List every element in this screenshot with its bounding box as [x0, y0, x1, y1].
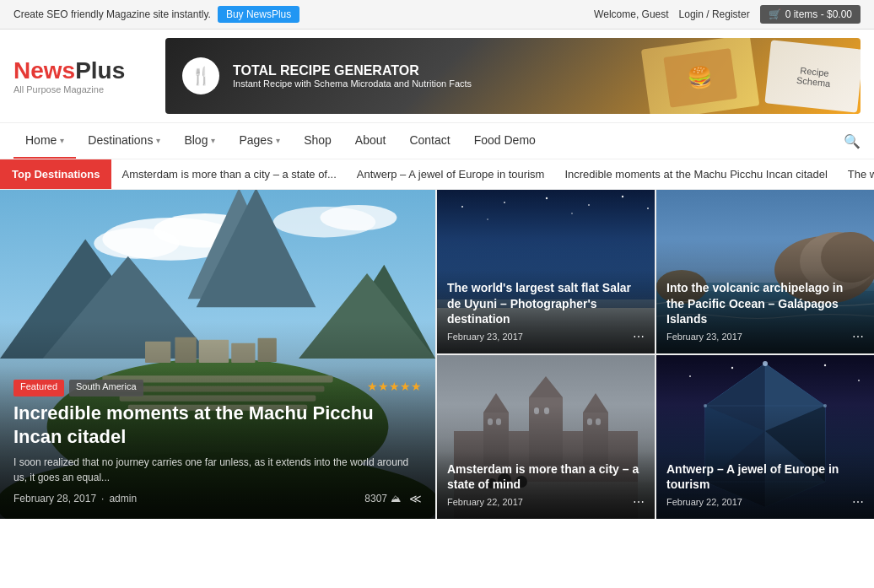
galapagos-card[interactable]: Into the volcanic archipelago in the Pac…: [656, 190, 874, 353]
salt-flat-title: The world's largest salt flat Salar de U…: [447, 280, 645, 326]
main-card-overlay: Featured South America ★★★★★ Incredible …: [0, 366, 435, 519]
main-card-meta: February 28, 2017 · admin 8307 ⛰ ≪: [13, 492, 422, 505]
nav-contact[interactable]: Contact: [397, 123, 461, 159]
nav-home[interactable]: Home ▾: [13, 123, 76, 159]
amsterdam-card[interactable]: Amsterdam is more than a city – a state …: [437, 355, 655, 519]
ticker-content: Amsterdam is more than a city – a state …: [111, 159, 874, 189]
galapagos-date: February 23, 2017 ⋯: [666, 330, 864, 343]
ticker-item-1[interactable]: Antwerp – A jewel of Europe in tourism: [357, 168, 545, 181]
right-column: Into the volcanic archipelago in the Pac…: [656, 190, 874, 519]
ticker-item-0[interactable]: Amsterdam is more than a city – a state …: [121, 168, 336, 181]
buy-newsplus-button[interactable]: Buy NewsPlus: [218, 6, 299, 23]
galapagos-share-button[interactable]: ⋯: [852, 330, 864, 343]
cart-button[interactable]: 🛒 0 items - $0.00: [760, 5, 861, 24]
nav-about[interactable]: About: [343, 123, 398, 159]
galapagos-overlay: Into the volcanic archipelago in the Pac…: [656, 270, 874, 353]
welcome-text: Welcome, Guest: [594, 8, 668, 20]
chevron-down-icon: ▾: [156, 136, 160, 145]
banner-desc: Instant Recipe with Schema Microdata and…: [233, 78, 472, 89]
top-bar-left: Create SEO friendly Magazine site instan…: [13, 6, 299, 23]
ticker-item-3[interactable]: The world's largest salt flat: [848, 168, 874, 181]
main-featured-card[interactable]: Featured South America ★★★★★ Incredible …: [0, 190, 435, 519]
main-content-grid: Featured South America ★★★★★ Incredible …: [0, 190, 874, 519]
ticker-label: Top Destinations: [0, 159, 111, 189]
meta-left: February 28, 2017 · admin: [13, 493, 137, 504]
main-card-title: Incredible moments at the Machu Picchu I…: [13, 402, 422, 450]
top-bar-right: Welcome, Guest Login / Register 🛒 0 item…: [594, 5, 861, 24]
antwerp-card[interactable]: Antwerp – A jewel of Europe in tourism F…: [656, 355, 874, 519]
news-ticker: Top Destinations Amsterdam is more than …: [0, 159, 874, 190]
middle-column: The world's largest salt flat Salar de U…: [437, 190, 655, 519]
read-count-value: 8307: [364, 493, 387, 504]
chevron-down-icon: ▾: [60, 136, 64, 145]
ticker-item-2[interactable]: Incredible moments at the Machu Picchu I…: [564, 168, 827, 181]
cart-icon: 🛒: [769, 8, 781, 20]
salt-flat-overlay: The world's largest salt flat Salar de U…: [437, 270, 655, 353]
cart-label: 0 items - $0.00: [785, 8, 852, 20]
meta-right: 8307 ⛰ ≪: [364, 492, 422, 505]
logo-sub: All Purpose Magazine: [13, 84, 148, 94]
banner-images: 🍔 RecipeSchema: [654, 38, 861, 114]
antwerp-title: Antwerp – A jewel of Europe in tourism: [666, 461, 864, 492]
banner-text: TOTAL RECIPE GENERATOR Instant Recipe wi…: [233, 63, 472, 89]
banner-title: TOTAL RECIPE GENERATOR: [233, 63, 472, 78]
amsterdam-date: February 22, 2017 ⋯: [447, 495, 645, 509]
header: NewsPlus All Purpose Magazine 🍴 TOTAL RE…: [0, 30, 874, 122]
nav-food-demo[interactable]: Food Demo: [462, 123, 548, 159]
star-rating: ★★★★★: [367, 380, 422, 393]
antwerp-share-button[interactable]: ⋯: [852, 495, 864, 509]
main-card-excerpt: I soon realized that no journey carries …: [13, 455, 422, 485]
logo-plus: Plus: [75, 57, 125, 84]
banner-icon: 🍴: [182, 57, 219, 94]
amsterdam-share-button[interactable]: ⋯: [633, 495, 645, 509]
antwerp-date: February 22, 2017 ⋯: [666, 495, 864, 509]
chevron-down-icon: ▾: [211, 136, 215, 145]
main-nav: Home ▾ Destinations ▾ Blog ▾ Pages ▾ Sho…: [0, 122, 874, 159]
search-icon[interactable]: 🔍: [844, 133, 861, 149]
promo-text: Create SEO friendly Magazine site instan…: [13, 8, 211, 20]
share-button[interactable]: ≪: [409, 492, 422, 505]
logo-title: NewsPlus: [13, 57, 148, 84]
logo[interactable]: NewsPlus All Purpose Magazine: [13, 57, 148, 94]
tag-featured[interactable]: Featured: [13, 380, 64, 396]
login-register-link[interactable]: Login / Register: [679, 8, 750, 20]
author-name: admin: [109, 493, 137, 504]
salt-flat-share-button[interactable]: ⋯: [633, 330, 645, 343]
salt-flat-card[interactable]: The world's largest salt flat Salar de U…: [437, 190, 655, 353]
publish-date: February 28, 2017: [13, 493, 96, 504]
amsterdam-overlay: Amsterdam is more than a city – a state …: [437, 451, 655, 519]
nav-pages[interactable]: Pages ▾: [227, 123, 292, 159]
tag-south-america[interactable]: South America: [69, 380, 143, 396]
antwerp-overlay: Antwerp – A jewel of Europe in tourism F…: [656, 451, 874, 519]
meta-separator: ·: [101, 493, 104, 504]
mountain-icon: ⛰: [391, 493, 401, 504]
nav-destinations[interactable]: Destinations ▾: [76, 123, 172, 159]
nav-blog[interactable]: Blog ▾: [172, 123, 227, 159]
chevron-down-icon: ▾: [276, 136, 280, 145]
read-count: 8307 ⛰: [364, 493, 401, 504]
top-bar: Create SEO friendly Magazine site instan…: [0, 0, 874, 30]
nav-shop[interactable]: Shop: [292, 123, 343, 159]
header-banner: 🍴 TOTAL RECIPE GENERATOR Instant Recipe …: [165, 38, 861, 114]
salt-flat-date: February 23, 2017 ⋯: [447, 330, 645, 343]
galapagos-title: Into the volcanic archipelago in the Pac…: [666, 280, 864, 326]
logo-news: News: [13, 57, 75, 84]
tags-row: Featured South America ★★★★★: [13, 380, 422, 396]
amsterdam-title: Amsterdam is more than a city – a state …: [447, 461, 645, 492]
